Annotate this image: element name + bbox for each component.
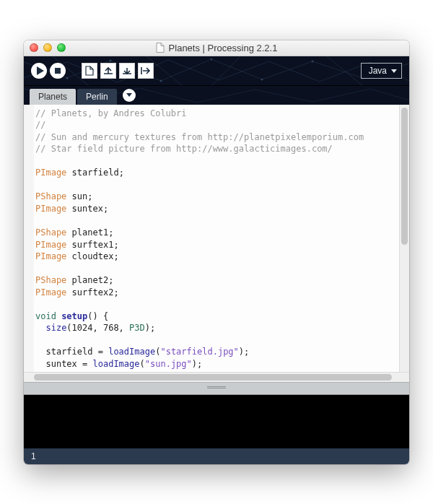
window-controls	[24, 43, 66, 52]
line-number-indicator: 1	[31, 451, 36, 461]
stop-button[interactable]	[50, 63, 66, 79]
run-button[interactable]	[31, 63, 47, 79]
processing-ide-window: Planets | Processing 2.2.1	[24, 40, 409, 464]
svg-point-5	[312, 60, 314, 62]
svg-point-4	[261, 78, 263, 80]
save-sketch-button[interactable]	[119, 63, 135, 79]
svg-point-1	[110, 59, 112, 61]
svg-point-2	[160, 79, 162, 82]
document-icon	[156, 43, 165, 53]
minimize-window-button[interactable]	[43, 43, 52, 52]
vertical-scrollbar-thumb[interactable]	[401, 108, 408, 245]
mode-selector-label: Java	[369, 66, 387, 76]
editor-area: // Planets, by Andres Colubri // // Sun …	[24, 105, 409, 372]
zoom-window-button[interactable]	[57, 43, 66, 52]
console-output[interactable]	[24, 395, 409, 448]
vertical-scrollbar[interactable]	[399, 105, 409, 372]
window-title-text: Planets | Processing 2.2.1	[169, 43, 278, 53]
window-title: Planets | Processing 2.2.1	[24, 43, 409, 53]
tab-planets[interactable]: Planets	[30, 89, 76, 105]
titlebar: Planets | Processing 2.2.1	[24, 40, 409, 56]
export-button[interactable]	[138, 63, 154, 79]
horizontal-scrollbar[interactable]	[24, 372, 409, 382]
new-sketch-button[interactable]	[82, 63, 97, 79]
tab-menu-button[interactable]	[123, 89, 136, 102]
close-window-button[interactable]	[30, 43, 38, 52]
toolbar: Java	[24, 56, 409, 86]
console-splitter[interactable]	[24, 382, 409, 395]
open-sketch-button[interactable]	[100, 63, 116, 79]
status-bar: 1	[24, 448, 409, 464]
tab-perlin[interactable]: Perlin	[77, 89, 117, 105]
tab-label: Planets	[38, 92, 67, 102]
gutter	[24, 105, 34, 372]
tab-label: Perlin	[86, 92, 108, 102]
tab-bar: Planets Perlin	[24, 86, 409, 105]
mode-selector[interactable]: Java	[361, 63, 402, 79]
code-editor[interactable]: // Planets, by Andres Colubri // // Sun …	[34, 105, 399, 372]
svg-point-0	[66, 77, 69, 79]
horizontal-scrollbar-thumb[interactable]	[34, 374, 392, 381]
svg-point-3	[211, 58, 213, 60]
